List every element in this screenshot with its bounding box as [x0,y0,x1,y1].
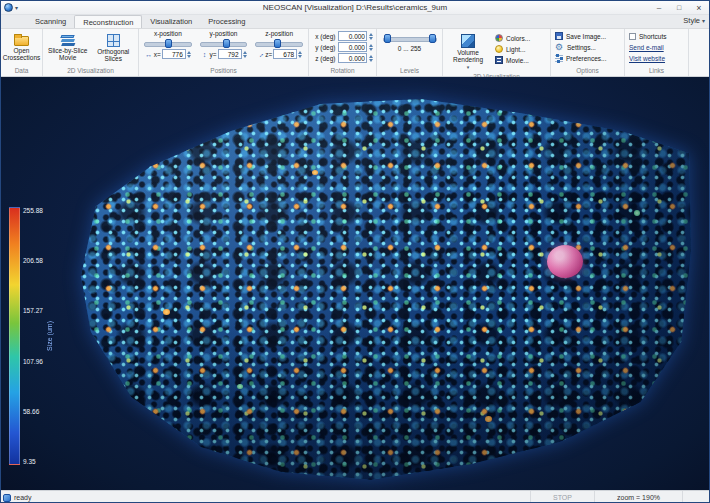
statusbar-spacer [32,491,531,503]
open-folder-icon [14,36,29,46]
colorbar-tick: 206.58 [23,257,43,264]
tab-processing[interactable]: Processing [200,15,253,28]
x-position-slider[interactable] [144,39,192,48]
maximize-icon[interactable] [669,1,689,14]
slice-stack-icon [61,35,75,38]
volume-rendering-button[interactable]: Volume Rendering [445,31,491,71]
ribbon: Open Crossections Data Slice-by-Slice Mo… [1,29,709,77]
send-email-link[interactable]: Send e-mail [627,42,686,52]
ceramic-foam-volume [76,91,696,487]
z-position-input[interactable]: 678 [273,49,297,59]
y-spinner[interactable] [243,51,247,58]
volume-cube-icon [461,34,475,48]
colorbar-axis-label: Size (um) [46,321,53,351]
pink-inclusion [547,245,583,278]
x-slider-thumb[interactable] [165,39,172,48]
y-rotation-label: y (deg) [312,44,336,51]
z-position-label: z-position [253,30,305,38]
x-spinner[interactable] [187,51,191,58]
light-button[interactable]: Light... [493,44,532,54]
y-position-label: y-position [198,30,250,38]
colors-button[interactable]: Colors... [493,33,532,43]
x-axis-icon [145,51,153,58]
y-rotation-spinner[interactable] [369,44,373,51]
stop-button[interactable]: STOP [531,491,595,503]
preferences-label: Preferences... [566,55,606,62]
green-blob [634,210,640,216]
app-icon[interactable] [4,3,13,12]
checkbox-icon [629,33,636,40]
group-levels-caption: Levels [377,65,442,76]
style-dropdown[interactable]: Style [683,16,705,25]
visit-website-link[interactable]: Visit website [627,53,686,63]
levels-min-thumb[interactable] [384,34,391,43]
z-prefix: z= [265,51,272,58]
ribbon-tabs: Scanning Reconstruction Visualization Pr… [1,15,709,29]
style-label: Style [683,16,700,25]
y-position-slider[interactable] [200,39,248,48]
status-ready-label: ready [14,494,32,501]
gear-icon [555,43,564,52]
window-title: NEOSCAN [Visualization] D:\Results\ceram… [1,3,709,12]
colorbar-tick: 9.35 [23,458,43,465]
orthogonal-slices-label: Orthogonal Slices [91,48,137,62]
zoom-indicator: zoom = 190% [595,491,683,503]
z-axis-icon [256,51,264,58]
group-options-caption: Options [551,65,624,76]
save-image-button[interactable]: Save Image... [553,31,622,41]
y-slider-thumb[interactable] [223,39,230,48]
open-crossections-button[interactable]: Open Crossections [3,31,41,65]
z-slider-thumb[interactable] [274,39,281,48]
colorbar-ticks: 255.88 206.58 157.27 107.96 58.66 9.35 [23,207,43,465]
ribbon-spacer [689,29,709,76]
colors-label: Colors... [506,35,530,42]
colorbar-gradient [9,207,20,465]
visit-website-label: Visit website [629,55,665,62]
x-position-input[interactable]: 776 [162,49,186,59]
chevron-down-icon [467,63,470,71]
settings-button[interactable]: Settings... [553,42,622,52]
tab-scanning[interactable]: Scanning [27,15,74,28]
volume-rendering-label: Volume Rendering [445,49,491,63]
app-window: NEOSCAN [Visualization] D:\Results\ceram… [0,0,710,503]
slice-movie-label: Slice-by-Slice Movie [45,47,91,61]
sliders-icon [555,54,563,62]
z-position-slider[interactable] [255,39,303,48]
save-image-label: Save Image... [566,33,606,40]
volume-render [76,91,696,487]
group-rotation-caption: Rotation [309,65,376,76]
quick-access-caret-icon[interactable] [15,5,18,11]
tab-reconstruction[interactable]: Reconstruction [74,15,142,28]
minimize-icon[interactable] [649,1,669,14]
levels-slider[interactable] [383,34,437,43]
x-rotation-input[interactable]: 0.000 [338,31,367,41]
orthogonal-slices-button[interactable]: Orthogonal Slices [91,31,137,65]
statusbar: ready STOP zoom = 190% [1,490,709,503]
viewport-3d[interactable]: 255.88 206.58 157.27 107.96 58.66 9.35 S… [1,77,710,490]
x-rotation-spinner[interactable] [369,33,373,40]
group-levels: 0 ... 255 Levels [377,29,443,76]
movie-label: Movie... [506,57,529,64]
film-icon [495,56,503,64]
orange-blob [163,309,170,315]
shortcuts-checkbox[interactable]: Shortcuts [627,31,686,41]
group-positions-caption: Positions [139,65,308,76]
z-spinner[interactable] [298,51,302,58]
tab-visualization[interactable]: Visualization [142,15,200,28]
y-rotation-input[interactable]: 0.000 [338,42,367,52]
group-options: Save Image... Settings... Preferences...… [551,29,625,76]
movie-button[interactable]: Movie... [493,55,532,65]
levels-range-label: 0 ... 255 [398,45,422,52]
z-rotation-spinner[interactable] [369,55,373,62]
colorbar: 255.88 206.58 157.27 107.96 58.66 9.35 S… [9,207,53,465]
y-position-input[interactable]: 792 [218,49,242,59]
levels-max-thumb[interactable] [429,34,436,43]
slice-by-slice-movie-button[interactable]: Slice-by-Slice Movie [45,31,91,65]
titlebar: NEOSCAN [Visualization] D:\Results\ceram… [1,1,709,15]
group-links: Shortcuts Send e-mail Visit website Link… [625,29,689,76]
preferences-button[interactable]: Preferences... [553,53,622,63]
save-disk-icon [555,32,563,40]
z-rotation-input[interactable]: 0.000 [338,53,367,63]
group-links-caption: Links [625,65,688,76]
close-icon[interactable] [689,1,709,14]
